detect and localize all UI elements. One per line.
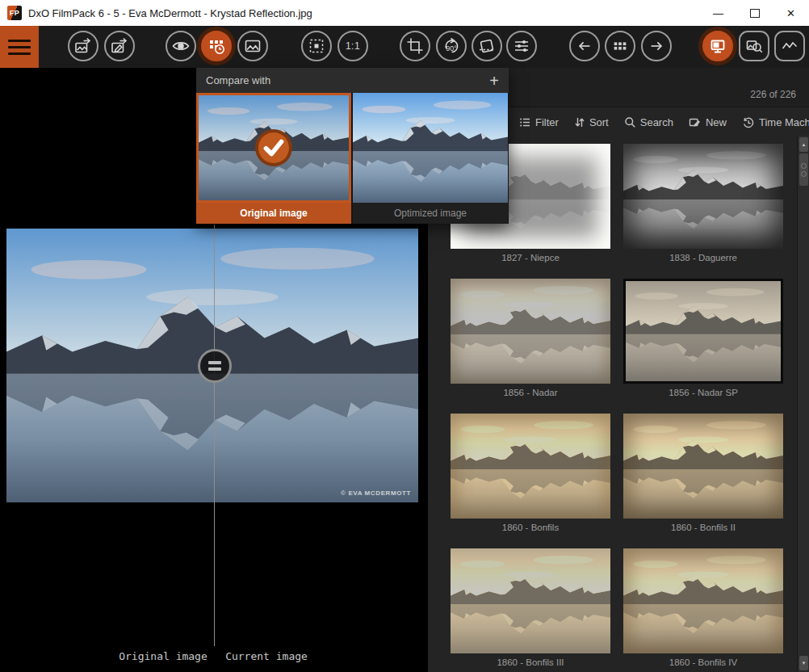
- preset-tile[interactable]: 1860 - Bonfils III: [451, 548, 610, 667]
- scroll-down-button[interactable]: ▼: [799, 656, 808, 670]
- optimized-thumbnail-image: [353, 93, 508, 203]
- window-title: DxO FilmPack 6 - 5 - Eva McDermott - Kry…: [28, 7, 312, 19]
- preview-toggle-button[interactable]: [166, 31, 196, 61]
- export-edit-icon: [110, 36, 129, 56]
- rotate-90-button[interactable]: 90°: [436, 31, 467, 61]
- arrow-right-icon: [648, 37, 665, 55]
- preset-tile[interactable]: 1860 - Bonfils II: [623, 414, 783, 532]
- preset-thumbnail-image: [623, 144, 783, 249]
- preset-tile[interactable]: 1860 - Bonfils: [451, 414, 610, 532]
- display-mode-button[interactable]: [702, 31, 733, 61]
- selected-check-icon: [255, 129, 292, 166]
- preset-label: 1860 - Bonfils IV: [623, 657, 783, 667]
- preset-thumbnail-image: [623, 414, 783, 519]
- compare-optimized-item[interactable]: Optimized image: [353, 93, 508, 224]
- zoom-100-button[interactable]: 1:1: [337, 31, 368, 61]
- left-pane-label: Original image: [118, 650, 208, 662]
- watermark: © EVA MCDERMOTT: [341, 489, 411, 497]
- preset-thumbnail-image: [451, 414, 610, 519]
- histogram-button[interactable]: [774, 31, 805, 61]
- compare-with-panel: Compare with + Original image Optimized …: [196, 68, 509, 224]
- preset-label: 1827 - Niepce: [451, 253, 610, 262]
- perspective-icon: [477, 36, 497, 56]
- sliders-icon: [512, 36, 531, 56]
- browser-scrollbar[interactable]: ▲ ▼: [797, 136, 809, 672]
- perspective-button[interactable]: [472, 31, 502, 61]
- previous-image-button[interactable]: [569, 31, 600, 61]
- one-to-one-label: 1:1: [346, 40, 360, 52]
- monitor-icon: [708, 36, 727, 56]
- sort-button[interactable]: Sort: [574, 116, 609, 128]
- menu-button[interactable]: [0, 26, 39, 68]
- image-icon: [243, 36, 262, 56]
- loupe-view-button[interactable]: [739, 31, 769, 61]
- add-comparison-button[interactable]: +: [489, 73, 499, 89]
- preset-label: 1860 - Bonfils III: [451, 657, 610, 667]
- time-machine-button[interactable]: Time Machine: [742, 116, 809, 129]
- search-icon: [624, 116, 636, 128]
- app-logo-icon: FP: [7, 6, 22, 20]
- eye-icon: [171, 36, 191, 56]
- grid-icon: [611, 37, 629, 55]
- right-pane-label: Current image: [221, 650, 312, 662]
- preset-label: 1856 - Nadar: [451, 388, 610, 397]
- preset-count: 226 of 226: [750, 89, 796, 100]
- preset-thumbnail-image: [623, 548, 783, 653]
- preset-tile[interactable]: 1856 - Nadar: [451, 279, 610, 397]
- time-machine-icon: [742, 116, 755, 129]
- new-label: New: [706, 116, 727, 128]
- new-preset-icon: [689, 116, 702, 128]
- search-label: Search: [640, 116, 673, 128]
- image-magnifier-icon: [744, 36, 764, 56]
- export-image-button[interactable]: [68, 31, 99, 61]
- compare-panel-title: Compare with: [206, 74, 270, 86]
- search-button[interactable]: Search: [624, 116, 673, 128]
- crop-icon: [405, 36, 425, 56]
- filmpack-window: FP DxO FilmPack 6 - 5 - Eva McDermott - …: [0, 0, 809, 672]
- filter-label: Filter: [535, 116, 559, 128]
- scrollbar-thumb[interactable]: [799, 153, 808, 186]
- settings-sliders-button[interactable]: [506, 31, 537, 61]
- next-image-button[interactable]: [641, 31, 672, 61]
- filter-button[interactable]: Filter: [519, 116, 559, 128]
- time-machine-label: Time Machine: [759, 116, 809, 128]
- preset-label: 1860 - Bonfils: [451, 523, 610, 532]
- compare-with-button[interactable]: [201, 31, 232, 61]
- preset-tile[interactable]: 1856 - Nadar SP: [623, 279, 783, 397]
- fit-screen-button[interactable]: [301, 31, 332, 61]
- original-image-label: Original image: [196, 203, 351, 224]
- preset-thumbnail-image: [451, 548, 610, 653]
- compare-split-handle[interactable]: [198, 349, 232, 383]
- preset-label: 1838 - Daguerre: [623, 253, 783, 262]
- preset-thumbnail-image: [451, 279, 610, 384]
- viewer-labels: Original image Current image: [0, 650, 428, 666]
- main-toolbar: 1:1 90°: [0, 26, 809, 68]
- export-to-editor-button[interactable]: [104, 31, 135, 61]
- optimized-image-label: Optimized image: [353, 203, 508, 224]
- title-bar[interactable]: FP DxO FilmPack 6 - 5 - Eva McDermott - …: [0, 0, 809, 26]
- arrow-left-icon: [576, 37, 593, 55]
- crop-button[interactable]: [400, 31, 430, 61]
- minimize-button[interactable]: —: [700, 0, 736, 26]
- sort-label: Sort: [589, 116, 609, 128]
- preset-label: 1856 - Nadar SP: [623, 388, 783, 397]
- new-preset-button[interactable]: New: [689, 116, 727, 128]
- histogram-curve-icon: [780, 36, 799, 56]
- export-image-icon: [73, 36, 93, 56]
- scroll-up-button[interactable]: ▲: [799, 137, 808, 152]
- sort-arrows-icon: [574, 116, 585, 128]
- show-image-button[interactable]: [237, 31, 268, 61]
- preset-tile[interactable]: 1860 - Bonfils IV: [623, 548, 783, 667]
- compare-grid-clock-icon: [207, 36, 226, 56]
- close-button[interactable]: ✕: [773, 0, 809, 26]
- filter-list-icon: [519, 116, 531, 128]
- preset-thumbnail-image: [626, 281, 781, 381]
- preset-tile[interactable]: 1838 - Daguerre: [623, 144, 783, 262]
- maximize-icon: [750, 9, 760, 18]
- rotate-90-label: 90°: [438, 44, 465, 52]
- compare-panel-header: Compare with +: [196, 68, 509, 93]
- compare-split-line[interactable]: [214, 225, 215, 646]
- compare-original-item[interactable]: Original image: [196, 93, 351, 224]
- maximize-button[interactable]: [736, 0, 773, 26]
- thumbnail-grid-button[interactable]: [605, 31, 635, 61]
